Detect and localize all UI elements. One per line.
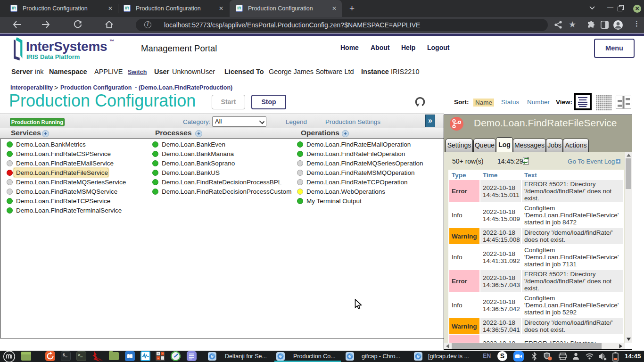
svg-text:−: − bbox=[162, 352, 164, 355]
svg-text:InterSystems: InterSystems bbox=[26, 39, 107, 54]
svg-text:=: = bbox=[162, 357, 164, 360]
svg-text:×: × bbox=[157, 357, 159, 360]
svg-text:+: + bbox=[157, 352, 159, 355]
svg-text:IRIS Data Platform: IRIS Data Platform bbox=[26, 53, 80, 60]
svg-text:™: ™ bbox=[109, 39, 114, 44]
